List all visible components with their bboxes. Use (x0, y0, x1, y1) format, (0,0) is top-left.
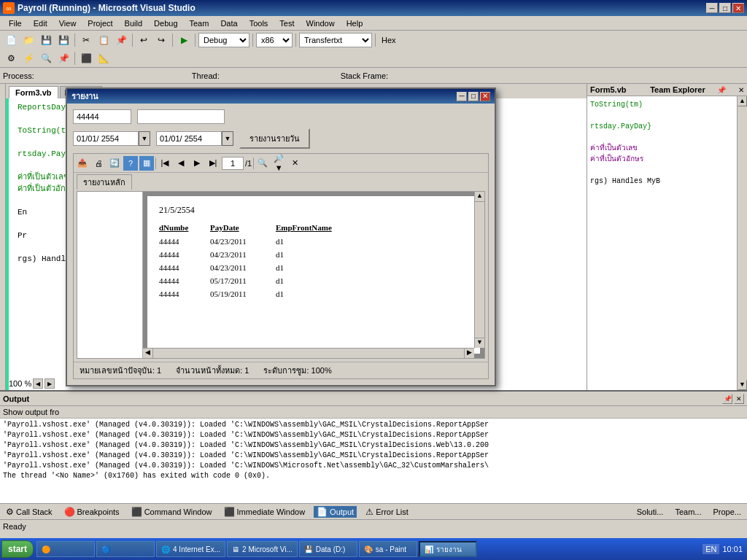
minimize-button[interactable]: ─ (706, 3, 718, 13)
right-code-area: ToString(tm) rtsday.PayDay} ค่าที่เป็นตั… (587, 96, 737, 390)
output-close[interactable]: ✕ (734, 394, 744, 404)
tb-undo[interactable]: ↩ (136, 33, 152, 47)
menu-edit[interactable]: Edit (28, 18, 53, 29)
report-zoom[interactable]: 🔎▼ (271, 156, 286, 171)
menu-tools[interactable]: Tools (244, 18, 274, 29)
tb-r5[interactable]: ⬛ (78, 51, 94, 66)
report-nav-tree[interactable]: ▦ (139, 156, 154, 171)
report-nav-refresh[interactable]: 🔄 (107, 156, 122, 171)
right-scrollbar[interactable]: ▲ ▼ (737, 96, 747, 390)
dialog-maximize[interactable]: □ (468, 92, 479, 101)
maximize-button[interactable]: □ (719, 3, 731, 13)
report-button[interactable]: รายงานรายวัน (239, 128, 310, 149)
menu-project[interactable]: Project (82, 18, 118, 29)
date1-dropdown[interactable]: ▼ (139, 131, 150, 146)
team-explorer-item[interactable]: Team... (672, 507, 704, 517)
taskbar-item-2[interactable]: 🌐 4 Internet Ex... (156, 541, 225, 557)
stack-input[interactable] (394, 69, 540, 82)
tb-cut[interactable]: ✂ (78, 33, 94, 47)
tb-save[interactable]: 💾 (38, 33, 54, 47)
report-hscroll[interactable]: ◀ ▶ (143, 348, 474, 358)
output-item[interactable]: 📄 Output (314, 506, 357, 518)
start-button[interactable]: start (1, 540, 34, 558)
report-search[interactable]: 🔍 (255, 156, 270, 171)
menu-team[interactable]: Team (184, 18, 215, 29)
right-panel-pin[interactable]: 📌 (717, 86, 726, 94)
dialog-close[interactable]: ✕ (480, 92, 490, 101)
col-header-1: PayDate (210, 223, 276, 232)
right-panel: Form5.vb Team Explorer 📌 ✕ ToString(tm) … (587, 84, 747, 390)
output-tab[interactable]: Output (3, 394, 29, 403)
report-nav-last[interactable]: ▶| (206, 156, 220, 171)
properties-item[interactable]: Prope... (710, 507, 744, 517)
tb-start[interactable]: ▶ (176, 33, 192, 47)
date1-input[interactable] (73, 131, 139, 146)
tb-r6[interactable]: 📐 (96, 51, 112, 66)
zoom-increase[interactable]: ▶ (44, 378, 55, 389)
menu-bar: File Edit View Project Build Debug Team … (0, 16, 747, 31)
thread-input[interactable] (225, 69, 335, 82)
taskbar-item-3[interactable]: 🖥 2 Microsoft Vi... (227, 541, 298, 557)
project-combo[interactable]: Transfertxt (299, 33, 372, 47)
immediate-window-item[interactable]: ⬛ Immediate Window (221, 506, 309, 518)
zoom-decrease[interactable]: ◀ (33, 378, 43, 389)
dialog-title-bar: รายงาน ─ □ ✕ (67, 89, 495, 104)
report-nav-prev[interactable]: ◀ (174, 156, 188, 171)
tb-paste[interactable]: 📌 (113, 33, 129, 47)
command-window-item[interactable]: ⬛ Command Window (128, 506, 215, 518)
call-stack-icon: ⚙ (6, 507, 14, 517)
tb-save-all[interactable]: 💾 (55, 33, 71, 47)
report-nav-first[interactable]: |◀ (158, 156, 172, 171)
process-input[interactable] (40, 69, 186, 82)
date2-input[interactable] (156, 131, 222, 146)
report-nav-print[interactable]: 🖨 (91, 156, 106, 171)
solution-explorer-item[interactable]: Soluti... (634, 507, 667, 517)
tb-r4[interactable]: 📌 (55, 51, 71, 66)
taskbar-item-0[interactable]: 🟠 (36, 541, 95, 557)
menu-debug[interactable]: Debug (148, 18, 183, 29)
tb-copy[interactable]: 📋 (96, 33, 112, 47)
tb-r2[interactable]: ⚡ (20, 51, 36, 66)
employee-id-input[interactable] (73, 109, 131, 124)
breakpoints-item[interactable]: 🔴 Breakpoints (61, 506, 123, 518)
right-panel-close[interactable]: ✕ (738, 86, 744, 94)
call-stack-item[interactable]: ⚙ Call Stack (3, 506, 55, 518)
taskbar-item-1[interactable]: 🔵 (96, 541, 155, 557)
report-close-viewer[interactable]: ✕ (287, 156, 302, 171)
menu-help[interactable]: Help (341, 18, 369, 29)
tb-r1[interactable]: ⚙ (3, 51, 19, 66)
menu-window[interactable]: Window (301, 18, 341, 29)
menu-test[interactable]: Test (274, 18, 300, 29)
report-main-tab[interactable]: รายงานหลัก (77, 174, 132, 190)
team-explorer-tab[interactable]: Team Explorer (650, 85, 705, 94)
tb-new[interactable]: 📄 (3, 33, 19, 47)
report-nav-info[interactable]: ? (123, 156, 138, 171)
solution-explorer-label: Soluti... (637, 508, 664, 516)
platform-combo[interactable]: x86 (256, 33, 293, 47)
taskbar-icon-1: 🔵 (101, 545, 110, 553)
report-vscroll[interactable]: ▲ ▼ (474, 192, 484, 348)
tab-form3[interactable]: Form3.vb (9, 86, 58, 98)
error-list-item[interactable]: ⚠ Error List (363, 506, 411, 518)
date2-dropdown[interactable]: ▼ (222, 131, 233, 146)
menu-view[interactable]: View (53, 18, 82, 29)
report-nav-next[interactable]: ▶ (190, 156, 204, 171)
menu-build[interactable]: Build (119, 18, 148, 29)
taskbar-item-6[interactable]: 📊 รายงาน (419, 541, 477, 557)
menu-data[interactable]: Data (214, 18, 243, 29)
tb-open[interactable]: 📁 (20, 33, 36, 47)
taskbar-item-4[interactable]: 💾 Data (D:) (299, 541, 357, 557)
debug-combo[interactable]: Debug (198, 33, 249, 47)
close-button[interactable]: ✕ (732, 3, 744, 13)
report-page-input[interactable] (222, 157, 244, 170)
report-nav-export[interactable]: 📤 (75, 156, 90, 171)
menu-file[interactable]: File (3, 18, 28, 29)
form5-tab[interactable]: Form5.vb (590, 85, 627, 94)
taskbar-item-5[interactable]: 🎨 sa - Paint (359, 541, 417, 557)
dialog-minimize[interactable]: ─ (457, 92, 467, 101)
output-pin[interactable]: 📌 (722, 394, 732, 404)
tb-redo[interactable]: ↪ (153, 33, 169, 47)
tb-r3[interactable]: 🔍 (38, 51, 54, 66)
col-header-0: dNumbe (159, 223, 210, 232)
employee-name-input[interactable] (137, 109, 225, 124)
